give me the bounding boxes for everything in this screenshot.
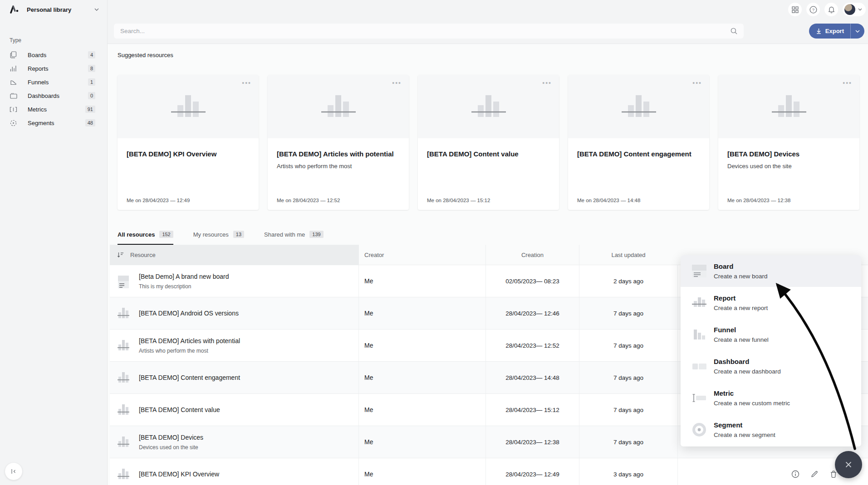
sidebar-item-reports[interactable]: Reports 8: [0, 62, 107, 75]
board-icon: [117, 273, 130, 289]
tab-label: My resources: [193, 231, 229, 238]
card-thumbnail: •••: [718, 75, 859, 138]
info-icon[interactable]: [791, 470, 799, 478]
search-row: Export: [108, 0, 868, 44]
sidebar-item-funnels[interactable]: Funnels 1: [0, 75, 107, 89]
menu-item-dashboard[interactable]: Dashboard Create a new dashboard: [681, 350, 861, 382]
report-icon: [691, 294, 708, 311]
export-button[interactable]: Export: [809, 28, 850, 34]
column-label: Last updated: [611, 252, 645, 258]
cell-creator: Me: [358, 362, 485, 393]
cell-creator: Me: [358, 426, 485, 458]
menu-item-board[interactable]: Board Create a new board: [681, 255, 861, 287]
card-menu-button[interactable]: •••: [843, 81, 852, 85]
edit-icon[interactable]: [810, 470, 819, 478]
cell-last-updated: 7 days ago: [579, 297, 677, 329]
sidebar-item-label: Dashboards: [28, 92, 59, 99]
funnel-icon: [691, 326, 708, 343]
column-header-last-updated[interactable]: Last updated: [579, 245, 677, 265]
workspace-switcher[interactable]: Personal library: [0, 0, 107, 19]
menu-item-funnel[interactable]: Funnel Create a new funnel: [681, 319, 861, 350]
menu-item-segment[interactable]: Segment Create a new segment: [681, 414, 861, 446]
search-bar[interactable]: [114, 24, 744, 39]
menu-item-label: Report: [714, 294, 768, 302]
sidebar-item-label: Reports: [28, 65, 49, 72]
card-menu-button[interactable]: •••: [392, 81, 402, 85]
tab-shared-with-me[interactable]: Shared with me 139: [264, 231, 324, 245]
sidebar-item-count: 48: [85, 119, 95, 126]
row-description: Devices used on the site: [139, 444, 203, 451]
resource-card[interactable]: ••• [BETA DEMO] Articles with potential …: [268, 75, 409, 210]
sidebar-item-count: 91: [85, 106, 95, 113]
sort-icon: [117, 252, 124, 258]
sidebar-item-segments[interactable]: Segments 48: [0, 116, 107, 130]
cell-creation: 28/04/2023— 15:12: [485, 394, 579, 426]
resource-card[interactable]: ••• [BETA DEMO] KPI Overview Me on 28/04…: [118, 75, 259, 210]
export-split-button: Export: [809, 24, 864, 39]
row-title: [Beta Demo] A brand new board: [139, 273, 229, 280]
sidebar-section-title: Type: [0, 19, 107, 48]
card-description: Devices used on the site: [727, 163, 850, 170]
funnels-icon: [10, 78, 17, 86]
card-title: [BETA DEMO] KPI Overview: [127, 150, 250, 158]
sidebar-item-dashboards[interactable]: Dashboards 0: [0, 89, 107, 102]
menu-item-label: Metric: [714, 389, 790, 397]
cell-creation: 28/04/2023— 12:38: [485, 426, 579, 458]
resource-card[interactable]: ••• [BETA DEMO] Content engagement Me on…: [568, 75, 709, 210]
cell-last-updated: 3 days ago: [579, 458, 677, 485]
resource-tabs: All resources 152 My resources 13 Shared…: [118, 231, 868, 245]
column-header-creation[interactable]: Creation: [485, 245, 579, 265]
reports-icon: [10, 65, 17, 73]
workspace-name: Personal library: [27, 6, 71, 13]
download-icon: [816, 28, 821, 34]
report-icon: [117, 337, 130, 354]
suggested-resources-title: Suggested resources: [108, 44, 868, 58]
sidebar-collapse-button[interactable]: [5, 463, 22, 480]
menu-item-description: Create a new dashboard: [714, 368, 781, 375]
sidebar-item-label: Segments: [28, 120, 54, 126]
cell-last-updated: 7 days ago: [579, 394, 677, 426]
card-menu-button[interactable]: •••: [692, 81, 702, 85]
close-menu-fab[interactable]: [835, 451, 862, 478]
sidebar-item-metrics[interactable]: Metrics 91: [0, 102, 107, 116]
chart-placeholder-icon: [618, 92, 660, 121]
card-thumbnail: •••: [268, 75, 409, 138]
card-menu-button[interactable]: •••: [542, 81, 552, 85]
tab-label: All resources: [118, 231, 155, 238]
card-meta: Me on 28/04/2023 — 14:48: [577, 198, 640, 203]
search-input[interactable]: [120, 28, 731, 34]
sidebar-item-label: Boards: [28, 52, 46, 58]
resource-card[interactable]: ••• [BETA DEMO] Content value Me on 28/0…: [418, 75, 559, 210]
sidebar-item-boards[interactable]: Boards 4: [0, 48, 107, 62]
segments-icon: [10, 119, 17, 127]
table-row[interactable]: [BETA DEMO] KPI Overview Me 28/04/2023— …: [110, 458, 868, 485]
row-title: [BETA DEMO] Content value: [139, 406, 220, 413]
segment-icon: [691, 421, 708, 438]
card-meta: Me on 28/04/2023 — 12:38: [727, 198, 790, 203]
board-icon: [691, 262, 708, 280]
cell-last-updated: 7 days ago: [579, 330, 677, 361]
cell-creator: Me: [358, 394, 485, 426]
card-meta: Me on 28/04/2023 — 12:52: [277, 198, 340, 203]
card-meta: Me on 28/04/2023 — 12:49: [127, 198, 190, 203]
menu-item-description: Create a new segment: [714, 432, 775, 438]
column-header-resource[interactable]: Resource: [110, 245, 358, 265]
tab-count: 139: [309, 231, 323, 238]
export-label: Export: [825, 28, 844, 34]
card-menu-button[interactable]: •••: [242, 81, 251, 85]
cell-creation: 28/04/2023— 12:46: [485, 297, 579, 329]
menu-item-metric[interactable]: Metric Create a new custom metric: [681, 382, 861, 414]
tab-label: Shared with me: [264, 231, 305, 238]
tab-my-resources[interactable]: My resources 13: [193, 231, 244, 245]
menu-item-description: Create a new custom metric: [714, 400, 790, 407]
tab-all-resources[interactable]: All resources 152: [118, 231, 173, 245]
chart-placeholder-icon: [768, 92, 810, 121]
column-label: Resource: [130, 252, 156, 258]
menu-item-report[interactable]: Report Create a new report: [681, 287, 861, 319]
report-icon: [117, 466, 130, 482]
row-title: [BETA DEMO] KPI Overview: [139, 470, 219, 478]
export-dropdown-button[interactable]: [851, 30, 864, 33]
card-meta: Me on 28/04/2023 — 15:12: [427, 198, 490, 203]
column-header-creator[interactable]: Creator: [358, 245, 485, 265]
resource-card[interactable]: ••• [BETA DEMO] Devices Devices used on …: [718, 75, 859, 210]
